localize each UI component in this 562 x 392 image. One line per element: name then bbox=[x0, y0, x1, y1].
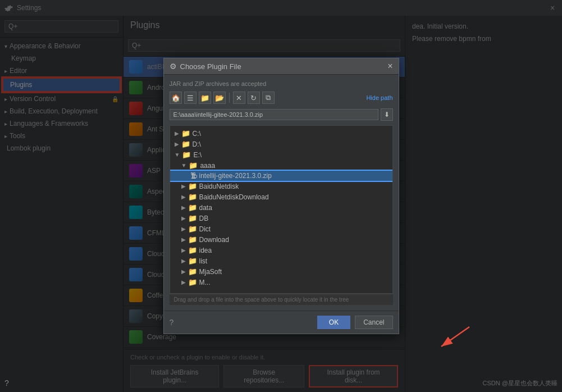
install-jetbrains-button[interactable]: Install JetBrains plugin... bbox=[130, 365, 219, 388]
sidebar-item-languages[interactable]: ▸ Languages & Frameworks bbox=[0, 117, 123, 130]
install-from-disk-button[interactable]: Install plugin from disk... bbox=[309, 365, 398, 388]
list-view-button[interactable]: ☰ bbox=[184, 92, 197, 104]
plugin-icon bbox=[129, 268, 143, 281]
tree-item-intellij-gitee-zip[interactable]: 🗜 intellij-gitee-2021.3.0.zip bbox=[170, 171, 392, 181]
up-button[interactable]: 📁 bbox=[199, 92, 211, 104]
tree-item-aaaa[interactable]: ▼ 📁 aaaa bbox=[170, 160, 392, 171]
help-button[interactable]: ? bbox=[170, 318, 174, 327]
tree-item-baidunetdiskdownload[interactable]: ▶ 📁 BaiduNetdiskDownload bbox=[170, 192, 392, 202]
file-tree[interactable]: ▶ 📁 C:\ ▶ 📁 D:\ ▼ 📁 E:\ ▼ 📁 aaaa bbox=[170, 125, 393, 294]
sidebar-item-label: Keymap bbox=[11, 54, 36, 62]
download-button[interactable]: ⬇ bbox=[381, 108, 393, 121]
hide-path-button[interactable]: Hide path bbox=[366, 94, 392, 101]
chevron-right-icon: ▶ bbox=[181, 247, 186, 253]
choose-plugin-file-modal: ⚙ Choose Plugin File × JAR and ZIP archi… bbox=[163, 58, 399, 334]
folder-icon: 📁 bbox=[181, 140, 190, 148]
tree-item-d[interactable]: ▶ 📁 D:\ bbox=[170, 139, 392, 149]
tree-item-label: intellij-gitee-2021.3.0.zip bbox=[199, 172, 272, 180]
cancel-button[interactable]: Cancel bbox=[355, 316, 392, 329]
sidebar-item-plugins[interactable]: Plugins bbox=[2, 78, 121, 92]
tree-item-label: data bbox=[199, 204, 212, 212]
sidebar-item-label: Lombok plugin bbox=[7, 144, 51, 152]
chevron-down-icon: ▾ bbox=[4, 43, 7, 49]
new-folder-button[interactable]: 📂 bbox=[213, 92, 226, 104]
tree-item-list[interactable]: ▶ 📁 list bbox=[170, 256, 392, 266]
sidebar-item-label: Languages & Frameworks bbox=[10, 120, 88, 127]
tree-item-mjasoft[interactable]: ▶ 📁 MjaSoft bbox=[170, 266, 392, 277]
modal-close-button[interactable]: × bbox=[387, 62, 392, 71]
tree-item-label: DB bbox=[199, 215, 209, 222]
modal-title: ⚙ Choose Plugin File bbox=[170, 62, 241, 71]
tree-item-label: Download bbox=[199, 236, 229, 244]
right-panel-text2: Please remove bpmn from bbox=[412, 35, 555, 43]
sidebar-search-input[interactable] bbox=[4, 20, 118, 33]
sidebar-item-version-control[interactable]: ▸ Version Control 🔒 bbox=[0, 93, 123, 105]
sidebar-item-lombok[interactable]: Lombok plugin bbox=[0, 142, 123, 154]
sidebar-item-build[interactable]: ▸ Build, Execution, Deployment bbox=[0, 105, 123, 117]
chevron-right-icon: ▸ bbox=[4, 108, 7, 115]
sidebar-item-label: Build, Execution, Deployment bbox=[10, 107, 98, 115]
tree-item-label: D:\ bbox=[193, 140, 201, 148]
sidebar-search-area bbox=[0, 16, 123, 38]
folder-icon: 📁 bbox=[188, 193, 197, 201]
tree-item-db[interactable]: ▶ 📁 DB bbox=[170, 213, 392, 224]
settings-icon bbox=[4, 3, 13, 12]
lock-icon: 🔒 bbox=[112, 96, 118, 102]
sidebar-item-appearance[interactable]: ▾ Appearance & Behavior bbox=[0, 40, 123, 52]
plugin-icon bbox=[129, 60, 143, 74]
tree-item-data[interactable]: ▶ 📁 data bbox=[170, 202, 392, 213]
chevron-right-icon: ▶ bbox=[181, 183, 186, 189]
chevron-right-icon: ▶ bbox=[181, 226, 186, 232]
home-button[interactable]: 🏠 bbox=[170, 92, 182, 104]
tree-item-m[interactable]: ▶ 📁 M... bbox=[170, 277, 392, 288]
plugin-icon bbox=[129, 289, 143, 302]
ok-button[interactable]: OK bbox=[317, 316, 350, 329]
path-input[interactable] bbox=[170, 109, 378, 120]
question-mark-button[interactable]: ? bbox=[4, 379, 9, 388]
tree-item-label: E:\ bbox=[193, 151, 202, 159]
tree-item-label: idea bbox=[199, 247, 212, 254]
refresh-button[interactable]: ↻ bbox=[248, 92, 260, 104]
folder-icon: 📁 bbox=[182, 151, 191, 159]
chevron-down-icon: ▼ bbox=[175, 152, 180, 158]
tree-item-label: M... bbox=[199, 279, 211, 286]
folder-icon: 📁 bbox=[188, 225, 197, 233]
chevron-right-icon: ▸ bbox=[4, 96, 7, 102]
file-toolbar: 🏠 ☰ 📁 📂 ✕ ↻ ⧉ Hide path bbox=[170, 92, 393, 104]
window-title: Settings bbox=[17, 4, 547, 12]
copy-path-button[interactable]: ⧉ bbox=[262, 92, 275, 104]
path-row: ⬇ bbox=[170, 108, 393, 121]
modal-icon: ⚙ bbox=[170, 62, 177, 71]
tree-item-download[interactable]: ▶ 📁 Download bbox=[170, 234, 392, 245]
chevron-right-icon: ▶ bbox=[175, 141, 179, 147]
tree-item-label: MjaSoft bbox=[199, 268, 222, 276]
title-bar: Settings × bbox=[0, 0, 562, 16]
tree-item-c[interactable]: ▶ 📁 C:\ bbox=[170, 128, 392, 139]
tree-item-label: C:\ bbox=[193, 130, 201, 138]
delete-button[interactable]: ✕ bbox=[233, 92, 245, 104]
bottom-buttons: Install JetBrains plugin... Browse repos… bbox=[130, 365, 398, 388]
tree-item-dict[interactable]: ▶ 📁 Dict bbox=[170, 224, 392, 234]
folder-icon: 📁 bbox=[188, 214, 197, 222]
chevron-right-icon: ▸ bbox=[4, 121, 7, 127]
browse-repositories-button[interactable]: Browse repositories... bbox=[223, 365, 304, 388]
plugins-search-input[interactable] bbox=[128, 39, 400, 52]
tree-item-baidunetdisk[interactable]: ▶ 📁 BaiduNetdisk bbox=[170, 181, 392, 192]
tree-item-e[interactable]: ▼ 📁 E:\ bbox=[170, 149, 392, 160]
chevron-right-icon: ▶ bbox=[181, 258, 186, 264]
plugin-icon bbox=[129, 247, 143, 261]
window-close-button[interactable]: × bbox=[547, 3, 558, 13]
plugin-name: Coverage bbox=[147, 333, 399, 341]
right-panel-text1: dea. Initial version. bbox=[412, 22, 555, 30]
tree-item-idea[interactable]: ▶ 📁 idea bbox=[170, 245, 392, 256]
modal-title-bar: ⚙ Choose Plugin File × bbox=[164, 58, 399, 75]
sidebar-item-tools[interactable]: ▸ Tools bbox=[0, 130, 123, 142]
plugin-icon bbox=[129, 206, 143, 219]
folder-icon: 📁 bbox=[188, 182, 197, 190]
sidebar-items-list: ▾ Appearance & Behavior Keymap ▸ Editor … bbox=[0, 38, 123, 392]
folder-icon: 📁 bbox=[188, 257, 197, 265]
sidebar-item-editor[interactable]: ▸ Editor bbox=[0, 65, 123, 77]
sidebar-item-keymap[interactable]: Keymap bbox=[0, 52, 123, 65]
folder-icon: 📁 bbox=[188, 267, 197, 276]
plugins-bottom-bar: Check or uncheck a plugin to enable or d… bbox=[124, 349, 405, 392]
